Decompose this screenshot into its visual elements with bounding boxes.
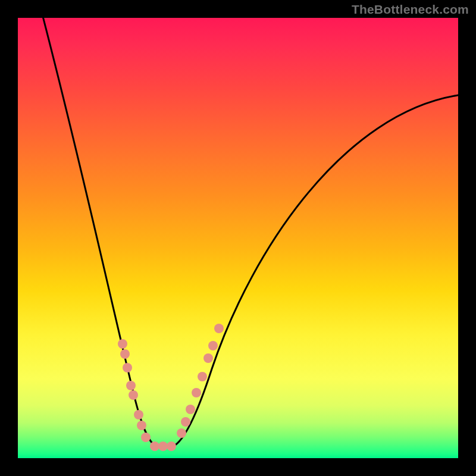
- watermark-label: TheBottleneck.com: [352, 2, 469, 17]
- curve-point: [186, 405, 195, 414]
- curve-point: [158, 441, 168, 451]
- curve-point: [134, 410, 143, 419]
- curve-point: [141, 433, 151, 442]
- curve-point: [198, 372, 207, 381]
- plot-area: [18, 18, 458, 458]
- curve-point: [123, 363, 132, 372]
- bottleneck-curve-svg: [18, 18, 458, 458]
- curve-points: [118, 324, 224, 451]
- curve-point: [203, 353, 213, 363]
- curve-point: [150, 441, 159, 451]
- curve-point: [177, 428, 186, 438]
- curve-point: [126, 381, 136, 390]
- chart-frame: TheBottleneck.com: [0, 0, 476, 476]
- curve-point: [137, 421, 146, 430]
- curve-point: [120, 349, 130, 359]
- curve-point: [208, 341, 218, 350]
- curve-point: [118, 339, 127, 349]
- curve-point: [192, 388, 201, 397]
- curve-point: [129, 390, 138, 400]
- curve-point: [214, 324, 224, 333]
- curve-point: [181, 417, 190, 427]
- bottleneck-curve-thin-right: [173, 95, 458, 446]
- curve-point: [167, 441, 176, 451]
- bottleneck-curve-thick: [42, 18, 458, 446]
